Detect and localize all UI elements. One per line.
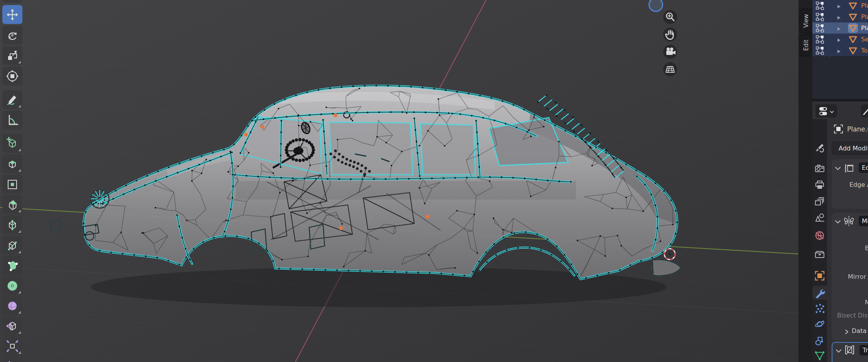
sidebar-tab-edit-label: Edit — [803, 39, 810, 51]
expand-arrow-icon[interactable] — [836, 26, 841, 31]
header-partial-button[interactable] — [861, 104, 868, 118]
property-label: Bisect — [865, 244, 868, 252]
object-name[interactable]: To — [861, 47, 868, 54]
outliner-row[interactable]: Pla — [812, 11, 868, 22]
tool-options-badge — [18, 351, 21, 354]
properties-tab-physics[interactable] — [812, 317, 827, 331]
tool-knife-button[interactable] — [2, 236, 22, 255]
properties-tab-modifiers[interactable] — [812, 286, 827, 300]
tool-measure-button[interactable] — [2, 111, 22, 130]
collapse-chevron-icon[interactable] — [835, 219, 841, 224]
chevron-down-icon — [829, 109, 834, 114]
property-label-disabled: Bisect Distance — [837, 312, 868, 319]
properties-tab-view-layer[interactable] — [812, 195, 827, 208]
modifier-panel-mirror[interactable]: Mirror Bisect Mirror Object Merge Bisect… — [832, 213, 868, 340]
tool-poly-build-button[interactable] — [2, 256, 22, 275]
mesh-data-icon[interactable] — [848, 46, 858, 55]
modifier-name-field[interactable]: EdgeSplit — [859, 162, 868, 173]
editor-type-button[interactable] — [815, 104, 837, 118]
add-modifier-button[interactable]: Add Modifier — [832, 142, 868, 155]
properties-tab-strip — [812, 119, 827, 362]
sidebar-tab-view-label: View — [803, 14, 810, 28]
tool-options-badge — [18, 230, 21, 233]
properties-tab-output[interactable] — [812, 178, 827, 192]
tool-spin-button[interactable] — [2, 276, 22, 295]
tool-extrude-region-button[interactable] — [2, 154, 22, 173]
sidebar-tab-view[interactable]: View — [800, 9, 812, 33]
properties-tab-scene[interactable] — [812, 211, 827, 225]
tool-inset-faces-button[interactable] — [2, 175, 22, 194]
outliner-row-active[interactable]: Pla — [812, 22, 868, 34]
properties-tab-world[interactable] — [812, 229, 827, 242]
editmode-icon[interactable] — [815, 1, 825, 10]
tool-shrink-fatten-button[interactable] — [2, 336, 22, 355]
tool-add-cube-button[interactable] — [2, 134, 22, 153]
outliner-row[interactable]: Se — [812, 34, 868, 45]
tool-rotate-button[interactable] — [2, 26, 22, 44]
tool-move-button[interactable] — [2, 5, 22, 24]
collapse-chevron-icon[interactable] — [836, 348, 842, 353]
edge-split-modifier-icon — [844, 163, 854, 174]
expand-arrow-icon[interactable] — [836, 48, 841, 53]
property-label: Mirror Object — [848, 273, 868, 280]
editmode-icon[interactable] — [815, 35, 825, 44]
sidebar-tab-edit[interactable]: Edit — [800, 34, 812, 56]
collapse-chevron-icon[interactable] — [835, 166, 841, 171]
subpanel-chevron-icon[interactable] — [844, 329, 849, 334]
modifier-name-field[interactable]: Mirror — [859, 216, 868, 226]
mesh-data-icon-highlighted[interactable] — [848, 23, 858, 33]
expand-arrow-icon[interactable] — [836, 3, 841, 8]
expand-arrow-icon[interactable] — [836, 37, 841, 42]
pan-gizmo-button[interactable] — [663, 27, 677, 41]
tool-edge-slide-button[interactable] — [2, 316, 22, 335]
tool-loop-cut-button[interactable] — [2, 215, 22, 234]
tool-annotate-button[interactable] — [2, 90, 22, 109]
object-name[interactable]: Pla — [861, 24, 868, 32]
tool-options-badge — [18, 210, 21, 212]
tool-options-badge — [18, 311, 21, 314]
breadcrumb-object-name[interactable]: Plane.0 — [847, 125, 868, 133]
properties-tab-render[interactable] — [812, 162, 827, 176]
tool-cursor-button[interactable] — [2, 0, 22, 3]
viewport-scene — [0, 0, 798, 362]
editmode-icon[interactable] — [815, 24, 825, 33]
3d-viewport[interactable] — [0, 0, 798, 362]
tool-scale-button[interactable] — [2, 46, 22, 65]
expand-arrow-icon[interactable] — [836, 14, 841, 19]
camera-view-gizmo-button[interactable] — [663, 45, 677, 59]
object-name[interactable]: Se — [861, 36, 868, 43]
outliner-row[interactable]: To — [812, 45, 868, 56]
modifier-panel-triangulate[interactable]: Triangulate — [832, 342, 868, 362]
object-name[interactable]: Pla — [861, 13, 868, 20]
property-label: Edge Angle — [849, 181, 868, 188]
outliner-row[interactable]: Pla — [812, 0, 868, 11]
editmode-icon[interactable] — [815, 46, 825, 55]
properties-tab-tool[interactable] — [812, 141, 827, 155]
properties-tab-collection[interactable] — [812, 248, 827, 261]
tool-smooth-button[interactable] — [2, 296, 22, 315]
viewport-toolbar — [2, 0, 23, 362]
tool-options-badge — [18, 149, 21, 151]
properties-tab-object-data[interactable] — [812, 348, 827, 362]
tool-options-badge — [18, 251, 21, 253]
properties-tab-object[interactable] — [812, 269, 827, 283]
add-modifier-label: Add Modifier — [839, 145, 868, 152]
mesh-data-icon[interactable] — [848, 34, 858, 44]
toggle-ortho-grid-gizmo-button[interactable] — [663, 62, 677, 76]
modifier-panel-edgesplit[interactable]: EdgeSplit Edge Angle — [832, 159, 868, 209]
object-name[interactable]: Pla — [861, 2, 868, 9]
subpanel-label[interactable]: Data — [852, 327, 866, 335]
car-wireframe-model — [49, 85, 681, 281]
tool-shear-button[interactable] — [2, 357, 22, 362]
mesh-data-icon[interactable] — [848, 1, 858, 10]
triangulate-modifier-icon — [844, 344, 855, 355]
tool-transform-button[interactable] — [2, 67, 22, 85]
tool-bevel-button[interactable] — [2, 195, 22, 214]
modifier-name-field[interactable]: Triangulate — [859, 345, 868, 355]
tool-options-badge — [18, 331, 21, 334]
zoom-gizmo-button[interactable] — [663, 10, 677, 24]
mesh-data-icon[interactable] — [848, 12, 858, 22]
properties-tab-constraints[interactable] — [812, 334, 827, 348]
properties-tab-particles[interactable] — [812, 302, 827, 316]
editmode-icon[interactable] — [815, 12, 825, 22]
